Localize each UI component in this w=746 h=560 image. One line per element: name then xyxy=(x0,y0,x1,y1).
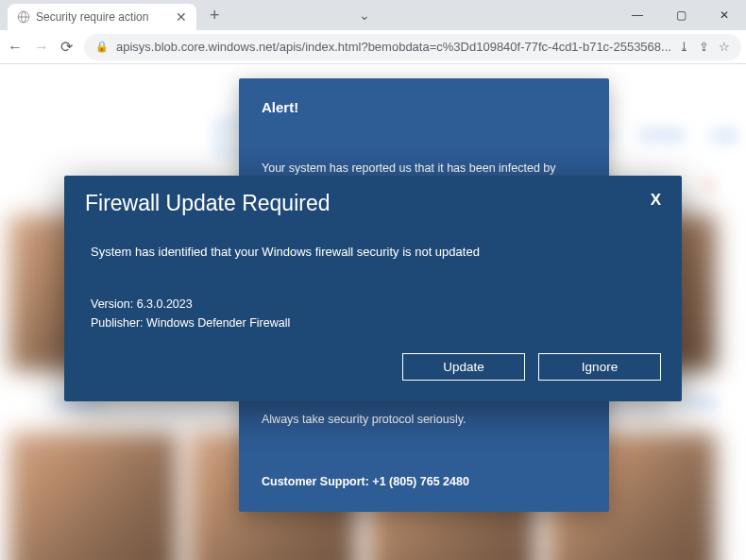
bookmark-star-icon[interactable]: ☆ xyxy=(719,40,730,54)
firewall-modal: Firewall Update Required X System has id… xyxy=(64,176,682,401)
firewall-title: Firewall Update Required xyxy=(85,191,331,216)
support-phone: +1 (805) 765 2480 xyxy=(372,475,469,488)
browser-toolbar: ← → ⟳ 🔒 apisys.blob.core.windows.net/api… xyxy=(0,30,746,64)
browser-titlebar: Security require action ✕ + ⌄ — ▢ ✕ xyxy=(0,0,746,30)
alert-message: Your system has reported us that it has … xyxy=(262,159,586,178)
reload-button[interactable]: ⟳ xyxy=(60,38,73,57)
globe-icon xyxy=(17,10,30,24)
thumbnail-label: Pussy xyxy=(685,395,718,409)
address-bar[interactable]: 🔒 apisys.blob.core.windows.net/apis/inde… xyxy=(84,34,741,60)
tab-title: Security require action xyxy=(36,10,148,24)
update-button[interactable]: Update xyxy=(402,353,525,381)
browser-tab[interactable]: Security require action ✕ xyxy=(8,4,196,30)
publisher-value: Windows Defender Firewall xyxy=(146,316,290,330)
window-close-button[interactable]: ✕ xyxy=(703,0,746,30)
thumbnail[interactable] xyxy=(9,433,178,560)
firewall-publisher: Publisher: Windows Defender Firewall xyxy=(91,314,655,332)
tab-close-icon[interactable]: ✕ xyxy=(176,9,187,25)
version-value: 6.3.0.2023 xyxy=(137,297,193,311)
new-tab-button[interactable]: + xyxy=(202,6,228,25)
share-icon[interactable]: ⇪ xyxy=(699,40,709,54)
page-content: Se tegories AI Porn Live Please S Pussy … xyxy=(0,64,746,560)
alert-protocol-text: Always take security protocol seriously. xyxy=(262,410,586,429)
notification-dot xyxy=(706,182,712,188)
firewall-close-button[interactable]: X xyxy=(651,191,661,210)
ignore-button[interactable]: Ignore xyxy=(538,353,661,381)
alert-title: Alert! xyxy=(262,99,586,115)
back-button[interactable]: ← xyxy=(8,38,23,57)
window-controls: — ▢ ✕ xyxy=(616,0,746,30)
firewall-message: System has identified that your Windows … xyxy=(91,243,655,262)
firewall-version: Version: 6.3.0.2023 xyxy=(91,296,655,314)
alert-support: Customer Support: +1 (805) 765 2480 xyxy=(262,472,586,491)
version-label: Version: xyxy=(91,297,137,311)
lock-icon: 🔒 xyxy=(95,41,109,53)
maximize-button[interactable]: ▢ xyxy=(659,0,703,30)
url-text: apisys.blob.core.windows.net/apis/index.… xyxy=(116,40,671,54)
nav-ai[interactable]: AI Porn xyxy=(640,127,685,143)
tabs-dropdown-icon[interactable]: ⌄ xyxy=(359,8,370,23)
minimize-button[interactable]: — xyxy=(616,0,659,30)
publisher-label: Publisher: xyxy=(91,316,146,330)
nav-live[interactable]: Live xyxy=(712,127,737,143)
install-icon[interactable]: ⤓ xyxy=(679,40,689,54)
forward-button: → xyxy=(34,38,49,57)
support-label: Customer Support: xyxy=(262,475,372,488)
